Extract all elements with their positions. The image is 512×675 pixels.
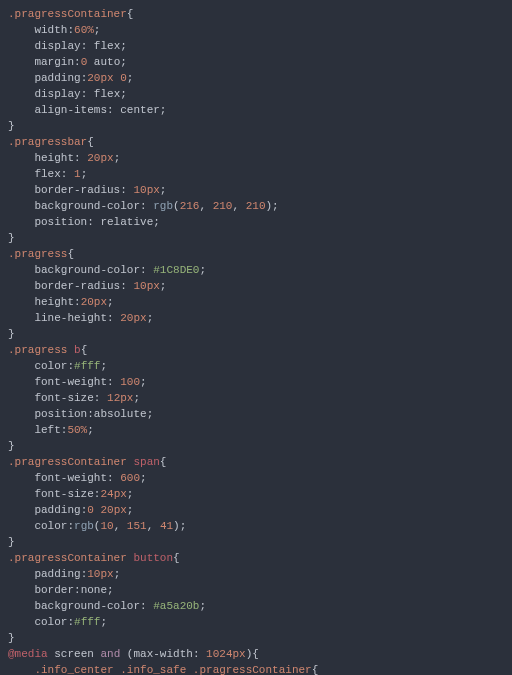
code-line[interactable]: } xyxy=(8,438,512,454)
code-line[interactable]: flex: 1; xyxy=(8,166,512,182)
code-token xyxy=(8,168,34,180)
code-line[interactable]: border:none; xyxy=(8,582,512,598)
code-token: ; xyxy=(160,184,167,196)
code-line[interactable]: position: relative; xyxy=(8,214,512,230)
code-line[interactable]: padding:20px 0; xyxy=(8,70,512,86)
code-token: left xyxy=(34,424,60,436)
code-line[interactable]: .pragressContainer button{ xyxy=(8,550,512,566)
code-line[interactable]: } xyxy=(8,326,512,342)
code-token: margin xyxy=(34,56,74,68)
code-line[interactable]: font-weight: 100; xyxy=(8,374,512,390)
code-token: } xyxy=(8,536,15,548)
code-line[interactable]: left:50%; xyxy=(8,422,512,438)
code-token: ; xyxy=(107,584,114,596)
code-token: ; xyxy=(147,312,154,324)
code-token: , xyxy=(114,520,127,532)
code-token: .pragress xyxy=(8,344,67,356)
code-line[interactable]: font-weight: 600; xyxy=(8,470,512,486)
code-token: ; xyxy=(199,600,206,612)
code-token: { xyxy=(81,344,88,356)
code-line[interactable]: background-color: #a5a20b; xyxy=(8,598,512,614)
code-editor[interactable]: .pragressContainer{ width:60%; display: … xyxy=(0,0,512,675)
code-line[interactable]: padding:10px; xyxy=(8,566,512,582)
code-token: : xyxy=(107,312,120,324)
code-line[interactable]: .pragress b{ xyxy=(8,342,512,358)
code-line[interactable]: border-radius: 10px; xyxy=(8,182,512,198)
code-token: 50% xyxy=(67,424,87,436)
code-line[interactable]: border-radius: 10px; xyxy=(8,278,512,294)
code-token: relative xyxy=(100,216,153,228)
code-line[interactable]: } xyxy=(8,534,512,550)
code-line[interactable]: line-height: 20px; xyxy=(8,310,512,326)
code-line[interactable]: .pragressbar{ xyxy=(8,134,512,150)
code-line[interactable]: background-color: rgb(216, 210, 210); xyxy=(8,198,512,214)
code-token: 24px xyxy=(100,488,126,500)
code-line[interactable]: } xyxy=(8,630,512,646)
code-token: { xyxy=(312,664,319,675)
code-token xyxy=(8,184,34,196)
code-token: : xyxy=(61,168,74,180)
code-token xyxy=(8,152,34,164)
code-token: 20px xyxy=(81,296,107,308)
code-token xyxy=(8,616,34,628)
code-token xyxy=(87,56,94,68)
code-token: ; xyxy=(100,360,107,372)
code-token: 210 xyxy=(246,200,266,212)
code-line[interactable]: width:60%; xyxy=(8,22,512,38)
code-token: ( xyxy=(173,200,180,212)
code-line[interactable]: font-size: 12px; xyxy=(8,390,512,406)
code-token: 41 xyxy=(160,520,173,532)
code-token: ; xyxy=(127,488,134,500)
code-token: ; xyxy=(133,392,140,404)
code-line[interactable]: background-color: #1C8DE0; xyxy=(8,262,512,278)
code-line[interactable]: display: flex; xyxy=(8,38,512,54)
code-token: 10px xyxy=(133,280,159,292)
code-line[interactable]: position:absolute; xyxy=(8,406,512,422)
code-line[interactable]: .pragress{ xyxy=(8,246,512,262)
code-token: ; xyxy=(140,472,147,484)
code-line[interactable]: height: 20px; xyxy=(8,150,512,166)
code-line[interactable]: height:20px; xyxy=(8,294,512,310)
code-token: } xyxy=(8,120,15,132)
code-token: max-width xyxy=(133,648,192,660)
code-token: 0 xyxy=(120,72,127,84)
code-token: : xyxy=(74,296,81,308)
code-token: padding xyxy=(34,72,80,84)
code-token: 1 xyxy=(74,168,81,180)
code-token xyxy=(8,424,34,436)
code-token: color xyxy=(34,616,67,628)
code-line[interactable]: } xyxy=(8,230,512,246)
code-line[interactable]: align-items: center; xyxy=(8,102,512,118)
code-line[interactable]: .pragressContainer span{ xyxy=(8,454,512,470)
code-line[interactable]: padding:0 20px; xyxy=(8,502,512,518)
code-token: { xyxy=(160,456,167,468)
code-token: 10px xyxy=(87,568,113,580)
code-line[interactable]: @media screen and (max-width: 1024px){ xyxy=(8,646,512,662)
code-token: center xyxy=(120,104,160,116)
code-line[interactable]: color:rgb(10, 151, 41); xyxy=(8,518,512,534)
code-token: display xyxy=(34,40,80,52)
code-token xyxy=(8,24,34,36)
code-line[interactable]: .info_center .info_safe .pragressContain… xyxy=(8,662,512,675)
code-line[interactable]: } xyxy=(8,118,512,134)
code-token: .pragressContainer xyxy=(193,664,312,675)
code-token: } xyxy=(8,632,15,644)
code-line[interactable]: .pragressContainer{ xyxy=(8,6,512,22)
code-token: 10px xyxy=(133,184,159,196)
code-token: ; xyxy=(153,216,160,228)
code-token: : xyxy=(87,216,100,228)
code-line[interactable]: margin:0 auto; xyxy=(8,54,512,70)
code-token: position xyxy=(34,408,87,420)
code-token: padding xyxy=(34,504,80,516)
code-line[interactable]: display: flex; xyxy=(8,86,512,102)
code-line[interactable]: color:#fff; xyxy=(8,614,512,630)
code-token: rgb xyxy=(153,200,173,212)
code-line[interactable]: font-size:24px; xyxy=(8,486,512,502)
code-token: 1024px xyxy=(206,648,246,660)
code-token: .pragress xyxy=(8,248,67,260)
code-token xyxy=(8,584,34,596)
code-token: 151 xyxy=(127,520,147,532)
code-token: ; xyxy=(120,88,127,100)
code-line[interactable]: color:#fff; xyxy=(8,358,512,374)
code-token: #fff xyxy=(74,616,100,628)
